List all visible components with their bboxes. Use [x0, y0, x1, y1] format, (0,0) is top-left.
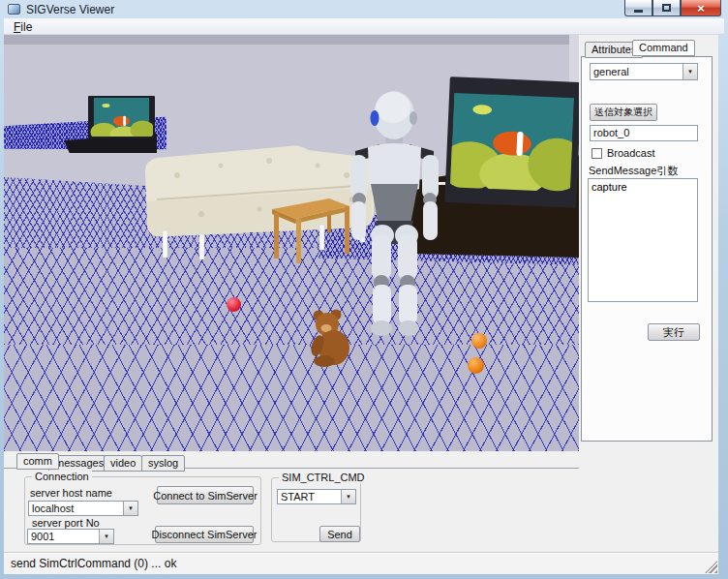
right-tv-screen: [450, 82, 575, 192]
send-button[interactable]: Send: [319, 526, 360, 542]
dropdown-arrow-icon[interactable]: ▼: [341, 490, 355, 503]
tab-video[interactable]: video: [104, 455, 142, 472]
left-tv-frame: [88, 96, 155, 138]
status-text: send SimCtrlCommand (0) ... ok: [11, 557, 176, 570]
title-bar[interactable]: SIGVerse Viewer ×: [0, 0, 728, 18]
grid-floor-near: [4, 345, 579, 451]
sim-ctrl-cmd-value: START: [281, 491, 315, 503]
teddy-bear: [306, 308, 356, 368]
port-value: 9001: [31, 531, 54, 542]
red-ball: [227, 297, 241, 312]
execute-button[interactable]: 実行: [648, 323, 700, 341]
tab-syslog[interactable]: syslog: [141, 455, 185, 472]
command-category-value: general: [593, 66, 629, 77]
port-select[interactable]: 9001 ▼: [27, 529, 114, 544]
port-label: server port No: [32, 517, 100, 529]
host-value: localhost: [32, 503, 74, 514]
dropdown-arrow-icon[interactable]: ▼: [123, 502, 137, 515]
window-title: SIGVerse Viewer: [26, 3, 114, 16]
command-category-select[interactable]: general ▼: [590, 63, 698, 80]
bottom-dock: comm messages video syslog Connection se…: [4, 451, 579, 552]
message-textarea[interactable]: capture: [588, 178, 698, 302]
left-tv-screen: [90, 98, 153, 137]
broadcast-checkbox[interactable]: [592, 148, 602, 159]
host-label: server host name: [30, 487, 112, 499]
maximize-button[interactable]: [652, 0, 681, 16]
resize-grip[interactable]: [705, 561, 717, 573]
dropdown-arrow-icon[interactable]: ▼: [682, 64, 697, 79]
application-window: SIGVerse Viewer × File: [0, 0, 728, 579]
send-message-label: SendMessage引数: [589, 164, 678, 178]
humanoid-robot: [339, 89, 451, 337]
app-icon: [8, 4, 20, 15]
3d-viewport[interactable]: [4, 35, 579, 451]
client-area: Attributes Command general ▼ 送信対象選択 robo…: [4, 35, 718, 552]
wall-top-band: [4, 35, 579, 45]
connection-group-label: Connection: [32, 471, 92, 482]
close-icon: ×: [697, 2, 705, 15]
host-select[interactable]: localhost ▼: [28, 501, 138, 516]
maximize-icon: [662, 4, 671, 12]
tab-command[interactable]: Command: [632, 40, 695, 56]
right-tv: [444, 76, 579, 208]
broadcast-checkbox-label: Broadcast: [607, 147, 655, 159]
tab-comm[interactable]: comm: [16, 453, 59, 470]
command-panel: Attributes Command general ▼ 送信対象選択 robo…: [579, 35, 718, 552]
sim-ctrl-group-label: SIM_CTRL_CMD: [279, 472, 368, 483]
status-bar: send SimCtrlCommand (0) ... ok: [4, 552, 718, 574]
connect-button[interactable]: Connect to SimServer: [157, 486, 254, 504]
orange-ball-upper: [471, 333, 487, 349]
orange-ball-lower: [468, 357, 484, 374]
target-select-button[interactable]: 送信対象選択: [590, 104, 657, 121]
menu-file[interactable]: File: [8, 19, 38, 35]
broadcast-checkbox-row: Broadcast: [592, 147, 655, 159]
menu-bar: File: [4, 18, 724, 35]
window-controls: ×: [624, 0, 721, 16]
target-field[interactable]: robot_0: [590, 125, 698, 141]
sim-ctrl-cmd-select[interactable]: START ▼: [277, 489, 356, 504]
command-tab-page: general ▼ 送信対象選択 robot_0 Broadcast SendM…: [581, 56, 713, 442]
close-button[interactable]: ×: [681, 0, 721, 16]
minimize-icon: [634, 10, 643, 13]
disconnect-button[interactable]: Disconnect SimServer: [155, 526, 254, 543]
minimize-button[interactable]: [624, 0, 652, 16]
dropdown-arrow-icon[interactable]: ▼: [99, 530, 113, 543]
